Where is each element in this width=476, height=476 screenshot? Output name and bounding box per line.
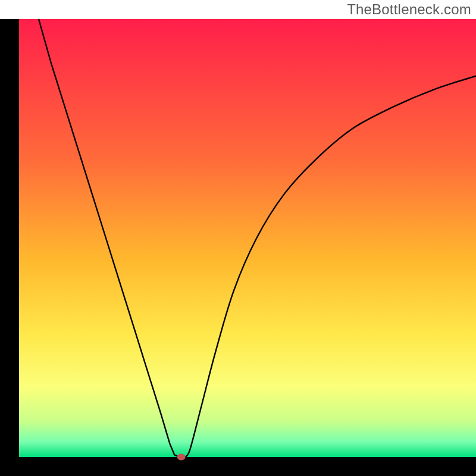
frame-bottom <box>0 457 476 476</box>
frame-left <box>0 19 19 476</box>
bottleneck-chart <box>0 0 476 476</box>
optimum-marker <box>177 454 186 461</box>
chart-container: { "watermark": { "text": "TheBottleneck.… <box>0 0 476 476</box>
plot-background <box>19 19 476 457</box>
watermark-text: TheBottleneck.com <box>347 1 471 18</box>
